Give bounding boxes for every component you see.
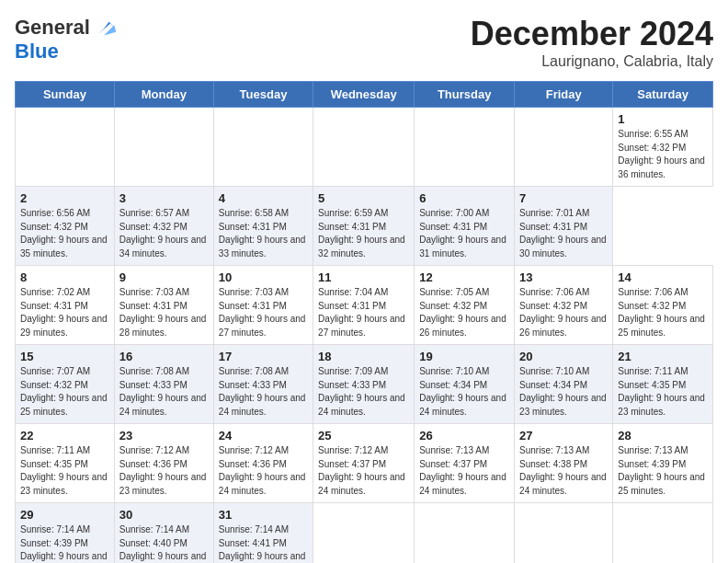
day-info: Sunrise: 6:57 AMSunset: 4:32 PMDaylight:… [119,207,209,260]
day-number: 18 [318,350,409,363]
day-info: Sunrise: 7:11 AMSunset: 4:35 PMDaylight:… [618,365,708,419]
day-of-week-wednesday: Wednesday [313,82,415,108]
day-number: 13 [519,270,608,284]
calendar-cell: 19Sunrise: 7:10 AMSunset: 4:34 PMDayligh… [415,345,515,424]
day-number: 25 [318,429,409,442]
calendar-cell: 27Sunrise: 7:13 AMSunset: 4:38 PMDayligh… [515,424,613,503]
day-of-week-tuesday: Tuesday [213,82,313,108]
calendar: SundayMondayTuesdayWednesdayThursdayFrid… [15,81,713,563]
calendar-cell: 14Sunrise: 7:06 AMSunset: 4:32 PMDayligh… [613,266,713,345]
day-info: Sunrise: 7:12 AMSunset: 4:37 PMDaylight:… [318,444,409,498]
calendar-header-row: SundayMondayTuesdayWednesdayThursdayFrid… [16,82,713,108]
calendar-cell [415,503,515,564]
day-number: 17 [219,350,308,363]
calendar-cell: 10Sunrise: 7:03 AMSunset: 4:31 PMDayligh… [213,266,313,345]
day-number: 4 [219,191,308,205]
calendar-cell: 6Sunrise: 7:00 AMSunset: 4:31 PMDaylight… [415,187,515,266]
day-number: 24 [219,429,308,442]
day-number: 11 [318,270,409,284]
calendar-cell: 25Sunrise: 7:12 AMSunset: 4:37 PMDayligh… [313,424,415,503]
logo-icon [92,15,118,40]
day-number: 14 [618,270,708,284]
day-of-week-sunday: Sunday [16,82,115,108]
calendar-cell: 26Sunrise: 7:13 AMSunset: 4:37 PMDayligh… [415,424,515,503]
calendar-cell: 4Sunrise: 6:58 AMSunset: 4:31 PMDaylight… [213,187,313,266]
day-info: Sunrise: 7:04 AMSunset: 4:31 PMDaylight:… [318,286,409,339]
day-number: 28 [618,429,708,442]
day-number: 5 [318,191,409,205]
calendar-cell: 12Sunrise: 7:05 AMSunset: 4:32 PMDayligh… [415,266,515,345]
day-info: Sunrise: 7:07 AMSunset: 4:32 PMDaylight:… [20,365,109,419]
calendar-cell: 20Sunrise: 7:10 AMSunset: 4:34 PMDayligh… [515,345,613,424]
day-info: Sunrise: 6:55 AMSunset: 4:32 PMDaylight:… [618,128,708,181]
calendar-cell: 30Sunrise: 7:14 AMSunset: 4:40 PMDayligh… [114,503,213,564]
calendar-cell: 3Sunrise: 6:57 AMSunset: 4:32 PMDaylight… [114,187,213,266]
calendar-cell: 17Sunrise: 7:08 AMSunset: 4:33 PMDayligh… [213,345,313,424]
day-number: 31 [219,508,308,522]
day-info: Sunrise: 7:14 AMSunset: 4:41 PMDaylight:… [219,523,308,563]
day-info: Sunrise: 7:03 AMSunset: 4:31 PMDaylight:… [219,286,308,339]
calendar-week-row: 8Sunrise: 7:02 AMSunset: 4:31 PMDaylight… [16,266,713,345]
day-info: Sunrise: 7:13 AMSunset: 4:38 PMDaylight:… [519,444,608,498]
calendar-cell [515,503,613,564]
day-number: 30 [119,508,209,522]
day-number: 19 [419,350,509,363]
day-number: 22 [20,429,109,442]
calendar-cell [613,503,713,564]
day-info: Sunrise: 7:03 AMSunset: 4:31 PMDaylight:… [119,286,209,339]
calendar-cell [515,108,613,187]
logo-blue-text: Blue [15,40,59,63]
day-number: 26 [419,429,509,442]
day-info: Sunrise: 6:58 AMSunset: 4:31 PMDaylight:… [219,207,308,260]
day-info: Sunrise: 7:13 AMSunset: 4:39 PMDaylight:… [618,444,708,498]
calendar-cell [16,108,115,187]
day-of-week-monday: Monday [114,82,213,108]
day-info: Sunrise: 7:06 AMSunset: 4:32 PMDaylight:… [519,286,608,339]
logo-general-text: General [15,16,90,39]
day-info: Sunrise: 7:13 AMSunset: 4:37 PMDaylight:… [419,444,509,498]
day-number: 23 [119,429,209,442]
day-of-week-saturday: Saturday [613,82,713,108]
day-info: Sunrise: 7:08 AMSunset: 4:33 PMDaylight:… [119,365,209,419]
calendar-cell: 11Sunrise: 7:04 AMSunset: 4:31 PMDayligh… [313,266,415,345]
logo: General Blue [15,15,118,63]
calendar-cell: 22Sunrise: 7:11 AMSunset: 4:35 PMDayligh… [16,424,115,503]
day-number: 6 [419,191,509,205]
day-info: Sunrise: 7:00 AMSunset: 4:31 PMDaylight:… [419,207,509,260]
calendar-cell: 1Sunrise: 6:55 AMSunset: 4:32 PMDaylight… [613,108,713,187]
calendar-cell: 7Sunrise: 7:01 AMSunset: 4:31 PMDaylight… [515,187,613,266]
day-number: 3 [119,191,209,205]
day-number: 15 [20,350,109,363]
calendar-week-row: 29Sunrise: 7:14 AMSunset: 4:39 PMDayligh… [16,503,713,564]
calendar-week-row: 1Sunrise: 6:55 AMSunset: 4:32 PMDaylight… [16,108,713,187]
day-info: Sunrise: 6:56 AMSunset: 4:32 PMDaylight:… [20,207,109,260]
calendar-cell: 21Sunrise: 7:11 AMSunset: 4:35 PMDayligh… [613,345,713,424]
calendar-cell [313,108,415,187]
day-info: Sunrise: 7:10 AMSunset: 4:34 PMDaylight:… [519,365,608,419]
calendar-cell: 9Sunrise: 7:03 AMSunset: 4:31 PMDaylight… [114,266,213,345]
calendar-cell: 8Sunrise: 7:02 AMSunset: 4:31 PMDaylight… [16,266,115,345]
day-number: 29 [20,508,109,522]
calendar-cell: 5Sunrise: 6:59 AMSunset: 4:31 PMDaylight… [313,187,415,266]
calendar-cell: 2Sunrise: 6:56 AMSunset: 4:32 PMDaylight… [16,187,115,266]
header: General Blue December 2024 Laurignano, C… [15,15,713,70]
day-number: 12 [419,270,509,284]
calendar-cell [114,108,213,187]
subtitle: Laurignano, Calabria, Italy [471,53,713,70]
day-of-week-friday: Friday [515,82,613,108]
calendar-cell: 23Sunrise: 7:12 AMSunset: 4:36 PMDayligh… [114,424,213,503]
calendar-cell: 18Sunrise: 7:09 AMSunset: 4:33 PMDayligh… [313,345,415,424]
day-info: Sunrise: 7:05 AMSunset: 4:32 PMDaylight:… [419,286,509,339]
day-info: Sunrise: 7:12 AMSunset: 4:36 PMDaylight:… [219,444,308,498]
day-number: 20 [519,350,608,363]
day-number: 9 [119,270,209,284]
day-info: Sunrise: 7:08 AMSunset: 4:33 PMDaylight:… [219,365,308,419]
day-info: Sunrise: 7:06 AMSunset: 4:32 PMDaylight:… [618,286,708,339]
day-of-week-thursday: Thursday [415,82,515,108]
day-number: 10 [219,270,308,284]
day-info: Sunrise: 7:02 AMSunset: 4:31 PMDaylight:… [20,286,109,339]
title-area: December 2024 Laurignano, Calabria, Ital… [471,15,713,70]
day-info: Sunrise: 7:12 AMSunset: 4:36 PMDaylight:… [119,444,209,498]
day-info: Sunrise: 7:01 AMSunset: 4:31 PMDaylight:… [519,207,608,260]
calendar-cell: 29Sunrise: 7:14 AMSunset: 4:39 PMDayligh… [16,503,115,564]
